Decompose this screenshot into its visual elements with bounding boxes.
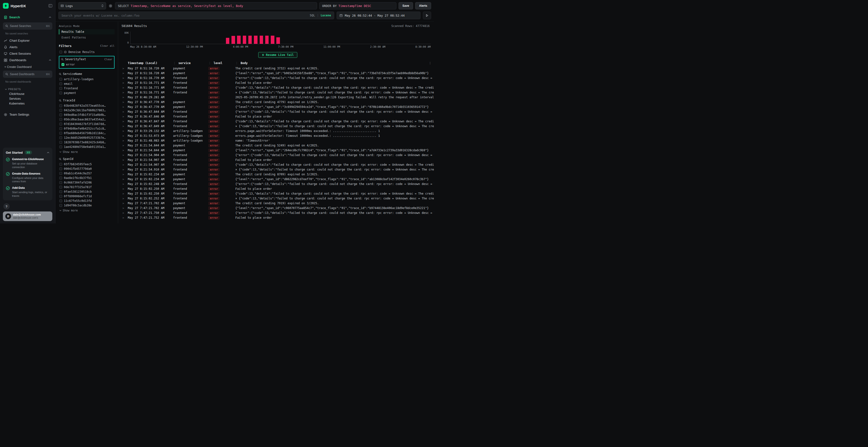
filter-option[interactable]: 03b44828f42a3573ea655ce… [59, 103, 115, 108]
table-row[interactable]: > May 27 8:15:02.234 AM payment error Th… [122, 172, 434, 177]
row-expand-icon[interactable]: > [122, 216, 128, 219]
saved-dashboards-button[interactable]: Saved Dashboards ⌘K [3, 71, 52, 78]
row-expand-icon[interactable]: > [122, 197, 128, 200]
filter-option[interactable]: frontend [59, 86, 115, 91]
chevron-up-icon[interactable] [47, 151, 50, 153]
row-expand-icon[interactable]: > [122, 182, 128, 186]
presets-toggle[interactable]: PRESETS [3, 85, 52, 92]
option-checkbox[interactable] [59, 78, 62, 81]
nav-search-section[interactable]: Search [3, 14, 52, 20]
filter-option[interactable]: payment [59, 91, 115, 95]
filter-option[interactable]: 07d184304627bf2f11b67dd… [59, 122, 115, 126]
nav-team-settings[interactable]: Team Settings [3, 111, 52, 118]
row-expand-icon[interactable]: > [122, 173, 128, 176]
denoise-checkbox[interactable] [59, 50, 62, 54]
row-expand-icon[interactable]: > [122, 149, 128, 152]
mode-results-table[interactable]: Results Table [59, 29, 115, 34]
table-row[interactable]: > May 27 8:21:54.844 AM payment error {"… [122, 148, 434, 153]
severity-option-error[interactable]: error [61, 62, 112, 67]
option-checkbox[interactable] [59, 190, 62, 193]
table-row[interactable]: > May 27 8:31:53.073 AM artillery-loadge… [122, 133, 434, 138]
filter-option[interactable]: 09041fb457779da0 [59, 166, 115, 171]
row-expand-icon[interactable]: > [122, 101, 128, 104]
table-row[interactable]: > May 27 8:31:48.083 AM artillery-loadge… [122, 138, 434, 143]
filter-option[interactable]: 0de781ff325a781f [59, 185, 115, 189]
row-expand-icon[interactable]: > [122, 139, 128, 142]
traceid-field-label[interactable]: TraceId [63, 99, 75, 102]
row-expand-icon[interactable]: > [122, 144, 128, 147]
filter-option[interactable]: 0c0667304fafd206 [59, 180, 115, 185]
preset-item[interactable]: Services [3, 96, 52, 101]
traceid-show-more[interactable]: Show more [59, 149, 115, 153]
option-checkbox[interactable] [59, 123, 62, 126]
filter-option[interactable]: 0fae5381230518cb [59, 189, 115, 194]
option-checkbox[interactable] [59, 92, 62, 94]
option-checkbox[interactable] [59, 118, 62, 121]
header-body[interactable]: ⋮Body [235, 61, 428, 65]
row-expand-icon[interactable]: > [122, 77, 128, 80]
table-row[interactable]: > May 27 8:36:47.770 AM payment error Th… [122, 100, 434, 105]
get-started-step[interactable]: Connect to ClickHouse Set up your databa… [6, 158, 50, 169]
filter-option[interactable]: 03f7b824595feec5 [59, 162, 115, 166]
filter-option[interactable]: 1d94f08c5acdb28e [59, 203, 115, 208]
nav-dashboards[interactable]: Dashboards [3, 57, 52, 63]
spanid-field-label[interactable]: SpanId [63, 157, 73, 161]
help-button[interactable]: ? [3, 203, 10, 209]
header-level[interactable]: ⋮level [208, 61, 235, 65]
option-checkbox[interactable] [59, 104, 62, 107]
run-query-button[interactable] [423, 11, 431, 19]
severitytext-field-label[interactable]: SeverityText [65, 58, 86, 61]
option-checkbox[interactable] [59, 204, 62, 207]
table-row[interactable]: > May 27 7:47:21.750 AM frontend error {… [122, 210, 434, 215]
option-checkbox[interactable] [59, 109, 62, 112]
row-expand-icon[interactable]: > [122, 134, 128, 138]
row-expand-icon[interactable]: > [122, 96, 128, 99]
search-bar[interactable]: SQL | Lucene [58, 11, 334, 19]
date-range-picker[interactable]: May 26 08:52:44 - May 27 08:52:44 [337, 11, 421, 19]
filter-option[interactable]: 0fbe680eb456750b2d1184c… [59, 131, 115, 135]
sidebar-collapse-icon[interactable] [49, 4, 52, 7]
table-row[interactable]: > May 27 8:15:02.250 AM frontend error {… [122, 191, 434, 196]
row-expand-icon[interactable]: > [122, 153, 128, 157]
source-select[interactable]: Logs [58, 2, 106, 9]
error-checkbox[interactable] [61, 63, 64, 66]
preset-item[interactable]: ClickHouse [3, 92, 52, 96]
row-expand-icon[interactable]: > [122, 207, 128, 210]
row-expand-icon[interactable]: > [122, 168, 128, 171]
header-timestamp[interactable]: Timestamp (Local) [128, 61, 173, 65]
filter-option[interactable]: 12ec8dd52b60b9525733b7e… [59, 135, 115, 140]
table-options-icon[interactable]: ⋮ [429, 61, 432, 65]
row-expand-icon[interactable]: > [122, 163, 128, 166]
table-row[interactable]: > May 27 8:21:54.910 AM frontend error ×… [122, 167, 434, 172]
spanid-show-more[interactable]: Show more [59, 208, 115, 212]
option-checkbox[interactable] [59, 127, 62, 130]
source-settings-gear-icon[interactable] [108, 4, 113, 8]
option-checkbox[interactable] [59, 82, 62, 85]
severity-clear-button[interactable]: Clear [104, 58, 112, 61]
row-expand-icon[interactable]: > [122, 202, 128, 205]
table-row[interactable]: > May 27 8:51:16.771 AM frontend error {… [122, 85, 434, 90]
row-expand-icon[interactable]: > [122, 67, 128, 70]
table-row[interactable]: > May 27 8:21:54.844 AM payment error Th… [122, 143, 434, 148]
table-row[interactable]: > May 27 8:36:47.847 AM frontend error {… [122, 119, 434, 124]
denoise-results-option[interactable]: Denoise Results [59, 49, 115, 54]
sql-mode-toggle[interactable]: SQL [310, 14, 315, 17]
filter-option[interactable]: 0f94b9befe0b4252ccfa1c8… [59, 126, 115, 131]
nav-chart-explorer[interactable]: Chart Explorer [3, 37, 52, 44]
create-dashboard-button[interactable]: + Create Dashboard [3, 63, 52, 70]
option-checkbox[interactable] [59, 87, 62, 90]
clear-all-button[interactable]: Clear all [100, 44, 115, 47]
row-expand-icon[interactable]: > [122, 192, 128, 195]
order-by-input[interactable]: ORDER BY TimestampTime DESC [319, 2, 396, 9]
get-started-step[interactable]: Add Data Start sending logs, metrics, or… [6, 186, 50, 198]
filter-option[interactable]: 049ed0ac3fdb1f3f15a0b0b… [59, 112, 115, 117]
table-row[interactable]: > May 27 7:47:21.702 AM payment error {"… [122, 206, 434, 210]
row-expand-icon[interactable]: > [122, 115, 128, 118]
chevron-up-icon[interactable] [49, 16, 51, 18]
option-checkbox[interactable] [59, 145, 62, 148]
option-checkbox[interactable] [59, 113, 62, 116]
nav-client-sessions[interactable]: Client Sessions [3, 50, 52, 57]
row-expand-icon[interactable]: > [122, 159, 128, 162]
mode-event-patterns[interactable]: Event Patterns [59, 35, 115, 40]
get-started-step[interactable]: Create Data Sources Configure where your… [6, 172, 50, 183]
